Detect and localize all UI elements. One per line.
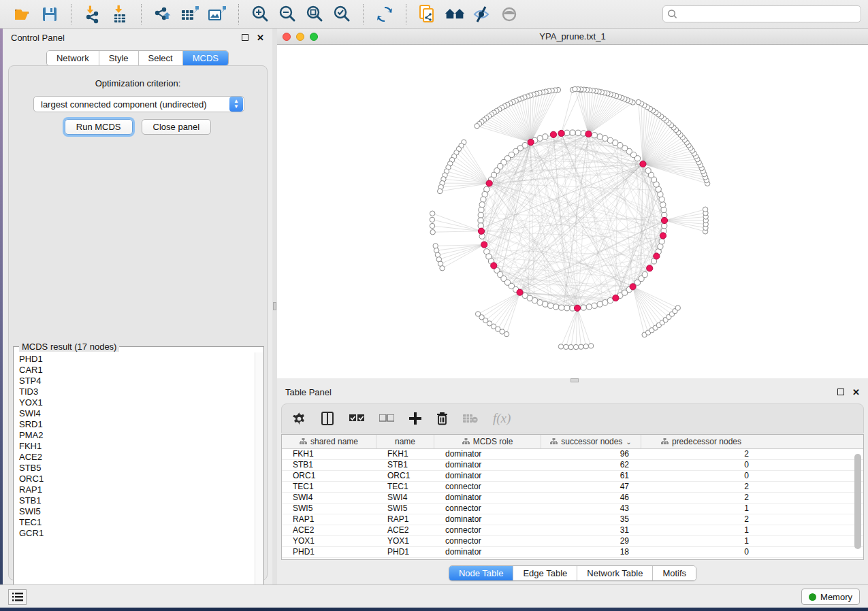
network-leaf-node[interactable] (579, 344, 583, 349)
tab-mcds[interactable]: MCDS (183, 51, 228, 65)
network-node[interactable] (559, 305, 564, 310)
network-node[interactable] (661, 207, 666, 212)
float-table-panel-icon[interactable] (837, 389, 844, 395)
network-node[interactable] (597, 134, 602, 139)
network-node[interactable] (602, 300, 608, 306)
open-file-icon[interactable] (12, 4, 33, 24)
network-node[interactable] (658, 244, 663, 249)
horizontal-splitter-grip[interactable] (570, 378, 579, 382)
table-cell[interactable]: dominator (434, 460, 541, 470)
table-cell[interactable]: 31 (541, 525, 641, 535)
table-cell[interactable]: SWI4 (282, 493, 376, 503)
network-leaf-node[interactable] (583, 344, 588, 348)
table-cell[interactable]: 62 (541, 460, 641, 470)
table-cell[interactable]: 47 (541, 482, 641, 492)
network-node[interactable] (607, 137, 613, 143)
table-cell[interactable]: 61 (541, 471, 641, 481)
network-node[interactable] (482, 192, 487, 197)
table-cell[interactable]: PHD1 (376, 547, 434, 557)
mcds-hub-node[interactable] (528, 139, 534, 145)
table-cell[interactable]: RAP1 (376, 514, 434, 525)
network-node[interactable] (602, 135, 608, 141)
mcds-result-item[interactable]: STP4 (19, 376, 256, 386)
zoom-out-icon[interactable] (277, 4, 298, 24)
network-node[interactable] (564, 130, 570, 135)
close-panel-button[interactable]: Close panel (142, 119, 212, 135)
table-cell[interactable]: SWI5 (376, 503, 434, 514)
table-cell[interactable]: STB1 (282, 460, 376, 470)
mcds-hub-node[interactable] (491, 263, 497, 269)
mcds-hub-node[interactable] (654, 253, 660, 259)
mcds-result-item[interactable]: ORC1 (19, 474, 256, 484)
first-neighbors-icon[interactable] (445, 4, 465, 24)
column-header-successor-nodes[interactable]: successor nodes⌄ (541, 435, 641, 448)
mcds-result-item[interactable]: STB5 (19, 463, 256, 474)
hide-selected-icon[interactable] (472, 4, 492, 24)
mcds-result-item[interactable]: TID3 (19, 386, 256, 397)
table-cell[interactable]: 2 (641, 514, 761, 525)
vertical-splitter[interactable] (272, 29, 277, 584)
mcds-hub-node[interactable] (613, 295, 619, 301)
mcds-hub-node[interactable] (486, 180, 492, 186)
mcds-result-item[interactable]: PHD1 (19, 354, 256, 365)
network-node[interactable] (597, 301, 602, 307)
network-leaf-node[interactable] (675, 306, 680, 310)
table-cell[interactable]: 18 (541, 547, 641, 557)
show-all-icon[interactable] (499, 4, 519, 24)
network-leaf-node[interactable] (430, 223, 434, 228)
table-cell[interactable]: 1 (641, 503, 761, 514)
zoom-fit-icon[interactable] (304, 4, 325, 24)
network-window-titlebar[interactable]: YPA_prune.txt_1 (277, 29, 868, 45)
memory-button[interactable]: Memory (801, 589, 860, 605)
table-cell[interactable]: dominator (434, 493, 541, 503)
network-node[interactable] (570, 130, 575, 135)
network-node[interactable] (592, 303, 597, 308)
table-cell[interactable]: 0 (641, 547, 761, 557)
mcds-hub-node[interactable] (640, 161, 646, 167)
table-cell[interactable]: 29 (541, 536, 641, 546)
mcds-hub-node[interactable] (574, 305, 580, 311)
clone-network-icon[interactable] (417, 4, 438, 24)
network-node[interactable] (592, 133, 597, 138)
table-row[interactable]: ORC1ORC1dominator610 (282, 471, 863, 482)
network-node[interactable] (481, 197, 486, 202)
network-leaf-node[interactable] (573, 344, 578, 349)
mcds-result-item[interactable]: TEC1 (19, 517, 256, 528)
zoom-in-icon[interactable] (250, 4, 270, 24)
close-panel-icon[interactable]: ✕ (257, 33, 264, 42)
network-leaf-node[interactable] (564, 344, 568, 349)
tab-edge-table[interactable]: Edge Table (513, 566, 577, 580)
mcds-result-item[interactable]: ACE2 (19, 452, 256, 463)
select-all-columns-icon[interactable] (349, 414, 364, 423)
mcds-hub-node[interactable] (550, 131, 556, 137)
close-table-panel-icon[interactable]: ✕ (852, 388, 860, 397)
table-settings-gear-icon[interactable] (293, 412, 306, 425)
network-node[interactable] (553, 304, 559, 310)
network-node[interactable] (532, 298, 537, 303)
tab-network-table[interactable]: Network Table (577, 566, 653, 580)
save-session-icon[interactable] (39, 4, 60, 24)
table-cell[interactable]: dominator (434, 514, 541, 525)
zoom-selected-icon[interactable] (332, 4, 352, 24)
network-node[interactable] (659, 197, 664, 202)
mcds-hub-node[interactable] (478, 228, 484, 234)
network-leaf-node[interactable] (433, 244, 438, 248)
network-leaf-node[interactable] (636, 99, 641, 104)
mcds-hub-node[interactable] (481, 242, 487, 248)
table-cell[interactable]: dominator (434, 449, 541, 459)
table-cell[interactable]: SWI5 (282, 503, 376, 514)
network-leaf-node[interactable] (430, 211, 434, 216)
table-row[interactable]: ACE2ACE2connector311 (282, 525, 863, 536)
table-row[interactable]: SWI4SWI4dominator462 (282, 493, 863, 503)
table-cell[interactable]: 2 (641, 493, 761, 503)
search-input[interactable] (677, 9, 856, 19)
network-node[interactable] (659, 239, 664, 244)
mcds-result-item[interactable]: CAR1 (19, 365, 256, 376)
network-node[interactable] (479, 207, 484, 212)
table-cell[interactable]: 46 (541, 493, 641, 503)
export-table-icon[interactable] (180, 4, 200, 24)
mcds-result-item[interactable]: GCR1 (19, 528, 256, 539)
network-node[interactable] (537, 135, 543, 141)
table-cell[interactable]: FKH1 (376, 449, 434, 459)
export-network-icon[interactable] (152, 4, 173, 24)
